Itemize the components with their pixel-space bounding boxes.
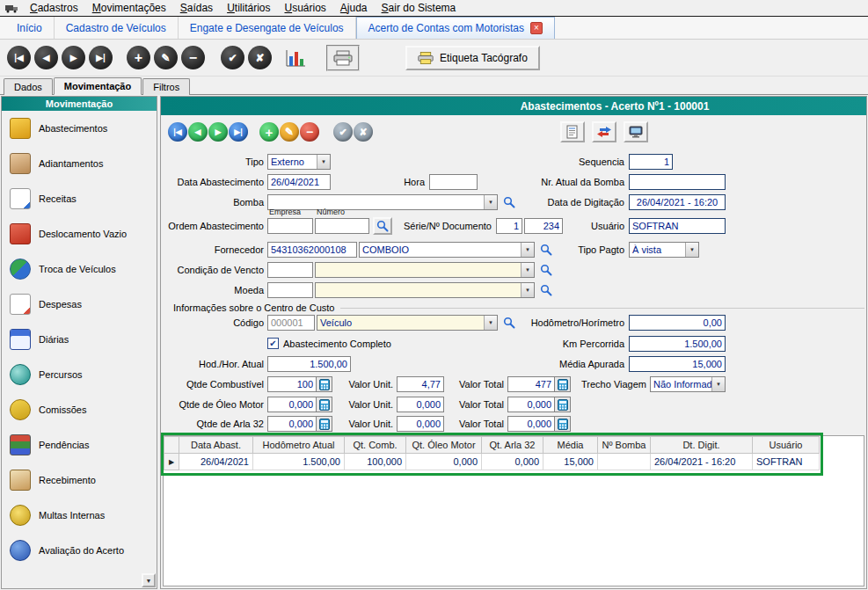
form-confirm-button[interactable]: ✔: [333, 122, 353, 142]
ordem-empresa-field[interactable]: [267, 218, 313, 234]
hod-hor-atual-field[interactable]: [267, 356, 351, 372]
qtde-oleo-calculator-icon[interactable]: [317, 397, 332, 412]
valor-unit-arla-field[interactable]: [397, 416, 444, 432]
data-abastecimento-field[interactable]: [267, 174, 331, 190]
form-delete-button[interactable]: −: [300, 122, 319, 142]
monitor-button[interactable]: [624, 121, 648, 142]
ordem-search-button[interactable]: [373, 217, 392, 235]
nav-next-button[interactable]: ▶: [62, 46, 85, 69]
sidebar-item[interactable]: Troca de Veículos: [2, 251, 157, 287]
menu-item[interactable]: Saídas: [173, 1, 220, 15]
cancel-button[interactable]: ✘: [248, 46, 272, 69]
sidebar-item[interactable]: Despesas: [2, 287, 157, 322]
menu-item[interactable]: Sair do Sistema: [375, 1, 463, 15]
chart-icon[interactable]: [284, 47, 307, 69]
abastecimentos-grid[interactable]: Data Abast.Hodômetro AtualQt. Comb.Qt. Ó…: [163, 435, 864, 586]
qtde-oleo-field[interactable]: [267, 397, 317, 412]
media-apurada-field[interactable]: [629, 356, 726, 372]
form-add-button[interactable]: +: [259, 122, 279, 142]
tipo-combo[interactable]: Externo ▼: [267, 154, 331, 170]
usuario-field[interactable]: [629, 218, 726, 234]
sidebar-item[interactable]: Abastecimentos: [2, 111, 157, 146]
etiqueta-tacografo-button[interactable]: Etiqueta Tacógrafo: [405, 46, 540, 70]
confirm-button[interactable]: ✔: [221, 46, 244, 69]
menu-item[interactable]: Usuários: [277, 1, 332, 15]
dropdown-icon[interactable]: ▼: [711, 377, 725, 391]
form-nav-prev-button[interactable]: ◀: [188, 122, 208, 142]
grid-cell[interactable]: 0,000: [406, 454, 482, 470]
sidebar-item[interactable]: Multas Internas: [2, 498, 157, 533]
sidebar-item[interactable]: Receitas: [2, 181, 157, 216]
tab[interactable]: Cadastro de Veículos ×: [55, 17, 179, 39]
valor-total-oleo-calculator-icon[interactable]: [555, 397, 571, 412]
grid-cell[interactable]: 26/04/2021 - 16:20: [651, 454, 753, 470]
delete-button[interactable]: −: [181, 46, 205, 69]
dropdown-icon[interactable]: ▼: [521, 283, 534, 297]
tab-close-icon[interactable]: ×: [530, 22, 543, 34]
sidebar-item[interactable]: Diárias: [2, 322, 157, 357]
sidebar-item[interactable]: Comissões: [2, 392, 157, 427]
condicao-vencto-combo[interactable]: ▼: [315, 262, 535, 278]
form-edit-button[interactable]: ✎: [280, 122, 299, 142]
form-nav-last-button[interactable]: ▶|: [229, 122, 248, 142]
trecho-viagem-combo[interactable]: Não Informado ▼: [650, 376, 726, 392]
subtab[interactable]: Filtros: [142, 78, 190, 95]
valor-total-comb-calculator-icon[interactable]: [555, 376, 571, 392]
form-cancel-button[interactable]: ✘: [354, 122, 373, 142]
form-nav-next-button[interactable]: ▶: [208, 122, 228, 142]
dropdown-icon[interactable]: ▼: [685, 243, 698, 257]
nav-prev-button[interactable]: ◀: [34, 46, 58, 69]
grid-header-cell[interactable]: Hodômetro Atual: [253, 437, 345, 454]
sidebar-item[interactable]: Recebimento: [2, 463, 157, 498]
add-button[interactable]: +: [127, 46, 150, 69]
transfer-button[interactable]: [592, 121, 616, 142]
valor-total-oleo-field[interactable]: [507, 397, 555, 412]
moeda-combo[interactable]: ▼: [315, 282, 535, 298]
qtde-arla-calculator-icon[interactable]: [317, 416, 332, 432]
data-digitacao-field[interactable]: [629, 194, 726, 210]
abastecimento-completo-checkbox[interactable]: ✔: [267, 338, 279, 349]
menu-item[interactable]: Movimentações: [85, 1, 173, 15]
condicao-vencto-search-icon[interactable]: [538, 262, 554, 278]
valor-total-comb-field[interactable]: [507, 376, 555, 392]
sequencia-field[interactable]: [629, 154, 673, 170]
report-button[interactable]: [560, 121, 585, 142]
sidebar-item[interactable]: Percursos: [2, 357, 157, 392]
valor-total-arla-calculator-icon[interactable]: [555, 416, 571, 432]
nr-atual-bomba-field[interactable]: [629, 174, 726, 190]
tab[interactable]: Engate e Desengate de Veículos ×: [179, 17, 356, 39]
menu-item[interactable]: Ajuda: [333, 1, 375, 15]
moeda-code-field[interactable]: [267, 282, 313, 298]
sidebar-scroll-down-button[interactable]: ▼: [142, 573, 156, 587]
valor-unit-oleo-field[interactable]: [397, 397, 444, 412]
valor-total-arla-field[interactable]: [507, 416, 555, 432]
grid-cell[interactable]: 100,000: [345, 454, 406, 470]
grid-cell[interactable]: 15,000: [543, 454, 598, 470]
subtab[interactable]: Dados: [4, 78, 53, 95]
grid-header-cell[interactable]: Média: [543, 437, 598, 454]
fornecedor-code-field[interactable]: [267, 242, 357, 258]
grid-cell[interactable]: SOFTRAN: [753, 454, 820, 470]
codigo-code-field[interactable]: [267, 315, 315, 331]
print-button[interactable]: [326, 45, 360, 71]
nav-last-button[interactable]: ▶|: [89, 46, 113, 69]
grid-header-cell[interactable]: Qt. Arla 32: [482, 437, 543, 454]
km-percorrida-field[interactable]: [629, 336, 726, 352]
sidebar-item[interactable]: Adiantamentos: [2, 146, 157, 181]
grid-header-cell[interactable]: Dt. Digit.: [651, 437, 753, 454]
sidebar-item[interactable]: Deslocamento Vazio: [2, 216, 157, 251]
hodometro-horimetro-field[interactable]: [629, 315, 726, 331]
qtde-arla-field[interactable]: [267, 416, 317, 432]
tab[interactable]: Acerto de Contas com Motoristas ×: [356, 17, 555, 39]
grid-header-cell[interactable]: Usuário: [753, 437, 820, 454]
condicao-vencto-code-field[interactable]: [267, 262, 313, 278]
menu-item[interactable]: Utilitários: [220, 1, 277, 15]
qtde-combustivel-calculator-icon[interactable]: [317, 376, 332, 392]
form-nav-first-button[interactable]: |◀: [168, 122, 187, 142]
tab[interactable]: Início ×: [5, 17, 55, 39]
dropdown-icon[interactable]: ▼: [521, 263, 534, 277]
grid-header-cell[interactable]: Qt. Comb.: [345, 437, 406, 454]
sidebar-item[interactable]: Avaliação do Acerto: [2, 533, 157, 568]
edit-button[interactable]: ✎: [154, 46, 178, 69]
sidebar-item[interactable]: Pendências: [2, 427, 157, 463]
